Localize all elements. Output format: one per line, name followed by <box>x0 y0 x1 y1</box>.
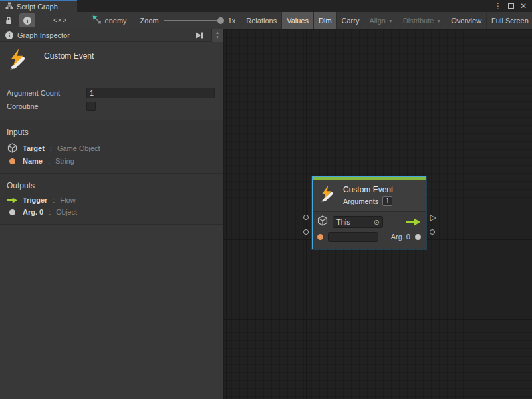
spin-up-icon[interactable]: ▲ <box>215 31 219 35</box>
io-type: Object <box>56 208 77 216</box>
toggle-carry[interactable]: Carry <box>336 12 364 29</box>
event-header: Custom Event <box>0 42 223 80</box>
io-name: Trigger <box>23 196 47 204</box>
output-port-trigger[interactable]: ▷ <box>430 213 436 221</box>
graph-name-label: enemy <box>105 17 127 25</box>
dock-icon <box>196 32 203 39</box>
event-title: Custom Event <box>44 51 94 73</box>
toggle-label: Align <box>369 17 385 25</box>
script-graph-icon <box>5 2 13 11</box>
io-name: Target <box>23 144 45 152</box>
input-port-target[interactable] <box>303 215 309 220</box>
graph-breadcrumb[interactable]: enemy <box>83 12 135 29</box>
custom-event-icon <box>7 48 29 73</box>
node-target-row: This ⊙ <box>317 215 421 229</box>
string-port-icon <box>317 234 323 240</box>
io-separator: : <box>49 208 51 216</box>
object-port-icon <box>415 234 421 240</box>
cube-icon <box>7 143 17 153</box>
event-name-field[interactable] <box>328 232 378 242</box>
tab-title: Script Graph <box>17 3 58 11</box>
lock-icon <box>5 16 13 25</box>
output-port-arg0[interactable] <box>430 229 435 235</box>
tab-script-graph[interactable]: Script Graph <box>0 0 77 12</box>
panel-spinner[interactable]: ▲ ▼ <box>211 29 223 42</box>
object-port-icon <box>7 209 17 215</box>
chevron-down-icon: ▼ <box>388 19 393 23</box>
argument-count-row: Argument Count <box>0 86 223 100</box>
argument-count-field[interactable] <box>86 88 215 98</box>
io-name: Arg. 0 <box>23 208 43 216</box>
node-body: This ⊙ Arg. 0 <box>313 212 426 249</box>
coroutine-checkbox[interactable] <box>86 102 96 111</box>
close-icon[interactable]: ✕ <box>520 2 527 10</box>
io-type: Game Object <box>57 144 100 152</box>
outputs-title: Outputs <box>0 176 223 194</box>
node-header[interactable]: Custom Event Arguments 1 <box>313 180 426 212</box>
io-separator: : <box>53 196 55 204</box>
info-icon: i <box>5 31 13 39</box>
tab-bar: Script Graph ⋮ ✕ <box>0 0 532 12</box>
zoom-control: Zoom 1x <box>135 12 241 29</box>
window-controls: ⋮ ✕ <box>489 0 532 12</box>
graph-inspector-panel: i Graph Inspector ▲ ▼ <box>0 29 223 399</box>
cube-icon <box>317 215 328 229</box>
io-type: Flow <box>60 196 75 204</box>
panel-empty-area <box>0 225 223 399</box>
object-picker-icon[interactable]: ⊙ <box>374 218 380 227</box>
node-title: Custom Event <box>343 185 393 194</box>
outputs-section: Outputs Trigger : Flow Arg. 0 : Object <box>0 174 223 225</box>
input-row-target: Target : Game Object <box>0 141 223 155</box>
custom-event-icon <box>319 185 336 206</box>
string-port-icon <box>7 158 17 164</box>
distribute-dropdown-button[interactable]: Distribute ▼ <box>398 12 446 29</box>
zoom-value: 1x <box>228 17 236 25</box>
toggle-label: Full Screen <box>491 17 529 25</box>
toggle-values[interactable]: Values <box>281 12 313 29</box>
inputs-section: Inputs Target : Game Object Name : <box>0 120 223 174</box>
zoom-slider-handle[interactable] <box>217 17 224 24</box>
toggle-relations[interactable]: Relations <box>241 12 281 29</box>
graph-inspector-header: i Graph Inspector ▲ ▼ <box>0 29 223 42</box>
io-separator: : <box>48 157 50 165</box>
script-graph-window: Script Graph ⋮ ✕ i <×> <box>0 0 532 399</box>
align-dropdown-button[interactable]: Align ▼ <box>364 12 397 29</box>
zoom-slider[interactable] <box>164 20 223 21</box>
event-properties: Argument Count Coroutine <box>0 80 223 120</box>
flow-arrow-icon <box>7 197 17 204</box>
overview-button[interactable]: Overview <box>446 12 486 29</box>
node-name-row: Arg. 0 <box>317 229 421 244</box>
flow-arrow-icon <box>405 218 421 226</box>
arguments-count-field[interactable]: 1 <box>382 196 392 206</box>
io-type: String <box>55 157 74 165</box>
tab-bar-fill <box>77 0 489 12</box>
code-view-button[interactable]: <×> <box>37 12 83 29</box>
graph-canvas[interactable]: Custom Event Arguments 1 <box>223 29 532 399</box>
chevron-down-icon: ▼ <box>436 19 441 23</box>
coroutine-row: Coroutine <box>0 100 223 113</box>
graph-inspector-title: Graph Inspector <box>17 31 188 39</box>
argument-count-label: Argument Count <box>7 89 86 97</box>
dock-toggle-button[interactable] <box>192 32 207 39</box>
toggle-dim[interactable]: Dim <box>313 12 336 29</box>
lock-button[interactable] <box>0 12 17 29</box>
spin-down-icon[interactable]: ▼ <box>215 35 219 40</box>
inputs-title: Inputs <box>0 123 223 141</box>
arg0-label: Arg. 0 <box>391 233 410 241</box>
target-dropdown[interactable]: This ⊙ <box>332 216 383 228</box>
arguments-label: Arguments <box>343 198 378 205</box>
zoom-label: Zoom <box>140 17 159 25</box>
toggle-label: Overview <box>451 17 481 25</box>
window-menu-icon[interactable]: ⋮ <box>494 2 502 10</box>
io-name: Name <box>23 157 43 165</box>
toggle-label: Values <box>287 17 309 25</box>
output-row-arg0: Arg. 0 : Object <box>0 206 223 218</box>
input-port-name[interactable] <box>303 229 309 235</box>
inspector-toggle-button[interactable]: i <box>19 13 35 27</box>
full-screen-button[interactable]: Full Screen <box>486 12 532 29</box>
target-dropdown-value: This <box>336 218 350 226</box>
custom-event-node[interactable]: Custom Event Arguments 1 <box>312 176 426 249</box>
graph-asset-icon <box>92 15 102 25</box>
code-icon: <×> <box>53 17 67 24</box>
maximize-icon[interactable] <box>508 3 514 9</box>
